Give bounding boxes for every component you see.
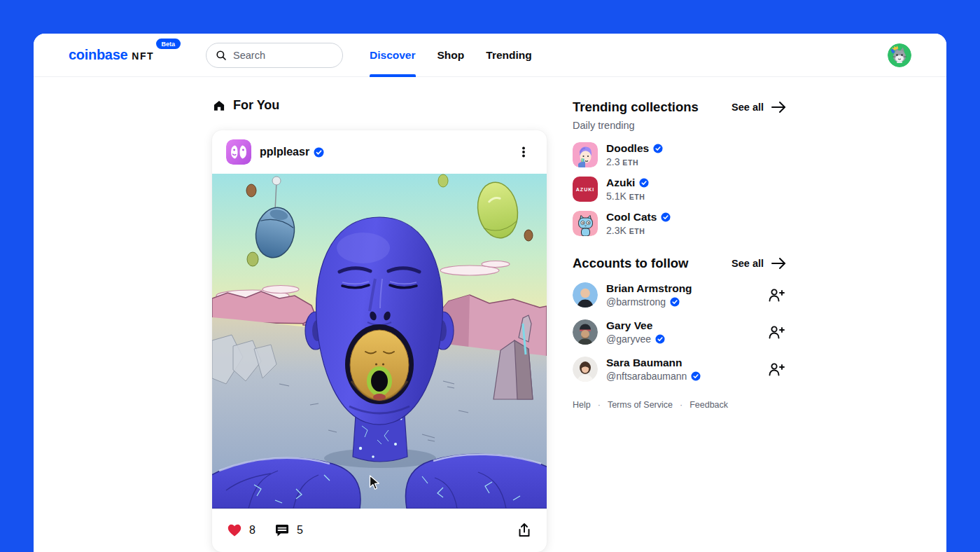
verified-badge-icon	[655, 334, 665, 344]
account-row-brian-armstrong[interactable]: Brian Armstrong @barmstrong	[573, 282, 787, 308]
post-menu-button[interactable]	[514, 143, 533, 161]
search-bar[interactable]	[206, 43, 343, 68]
feed-section-title-label: For You	[233, 98, 279, 113]
account-name: Sara Baumann	[606, 357, 701, 369]
follow-user-button[interactable]	[766, 285, 787, 305]
help-link[interactable]: Help	[573, 400, 591, 410]
collection-name: Azuki	[606, 177, 635, 188]
trending-subtitle: Daily trending	[573, 120, 787, 131]
mouse-cursor	[369, 475, 380, 493]
verified-badge-icon	[653, 144, 663, 153]
nft-artwork-image	[212, 174, 547, 509]
collection-floor-value: 5.1K	[606, 191, 626, 202]
feed-post-card: pplpleasr	[212, 130, 547, 552]
account-row-gary-vee[interactable]: Gary Vee @garyvee	[573, 319, 787, 345]
profile-avatar[interactable]	[888, 43, 911, 67]
like-button[interactable]: 8	[226, 522, 255, 539]
top-navigation-bar: coinbase NFT Beta Discover Shop Trending	[34, 34, 946, 77]
logo-nft-text: NFT	[132, 50, 154, 62]
separator-dot	[680, 400, 682, 410]
search-icon	[215, 49, 227, 62]
arrow-right-icon	[770, 256, 787, 270]
logo-coinbase-text: coinbase	[69, 47, 127, 63]
verified-badge-icon	[661, 212, 671, 222]
accounts-list: Brian Armstrong @barmstrong	[573, 282, 787, 382]
post-author-name[interactable]: pplpleasr	[260, 146, 324, 158]
brian-armstrong-avatar	[573, 282, 598, 308]
terms-of-service-link[interactable]: Terms of Service	[608, 400, 673, 410]
trending-collections-list: Doodles 2.3 ETH	[573, 142, 787, 236]
arrow-right-icon	[770, 100, 787, 114]
main-tabs: Discover Shop Trending	[370, 34, 532, 77]
sidebar-footer: Help Terms of Service Feedback	[573, 400, 787, 410]
page-content: For You	[34, 77, 946, 552]
app-window: coinbase NFT Beta Discover Shop Trending	[34, 34, 946, 552]
like-count: 8	[249, 524, 255, 537]
comment-count: 5	[297, 524, 303, 537]
search-input[interactable]	[233, 50, 324, 61]
account-handle: @barmstrong	[606, 296, 666, 308]
feed-section-title: For You	[212, 98, 279, 113]
account-handle: @nftsarabaumann	[606, 371, 687, 382]
gary-vee-avatar	[573, 319, 598, 345]
home-icon	[212, 99, 226, 113]
post-header: pplpleasr	[212, 130, 547, 174]
verified-badge-icon	[639, 178, 649, 188]
nft-artwork[interactable]	[212, 174, 547, 509]
follow-user-button[interactable]	[766, 359, 787, 379]
trending-collections-section: Trending collections See all Daily trend…	[573, 99, 787, 236]
beta-badge: Beta	[156, 39, 181, 49]
verified-badge-icon	[670, 297, 680, 307]
azuki-avatar: AZUKI	[573, 177, 598, 202]
collection-floor-unit: ETH	[629, 193, 645, 201]
doodles-avatar	[573, 142, 598, 167]
heart-icon	[226, 522, 243, 539]
collection-floor-unit: ETH	[622, 158, 638, 167]
accounts-to-follow-section: Accounts to follow See all	[573, 256, 787, 382]
collection-row-doodles[interactable]: Doodles 2.3 ETH	[573, 142, 787, 167]
trending-see-all-button[interactable]: See all	[732, 100, 787, 114]
collection-name: Doodles	[606, 142, 649, 154]
collection-row-azuki[interactable]: AZUKI Azuki 5.1K ETH	[573, 177, 787, 202]
collection-floor-value: 2.3K	[606, 225, 626, 236]
right-sidebar: Trending collections See all Daily trend…	[573, 99, 787, 410]
collection-floor-unit: ETH	[629, 227, 645, 235]
trending-collections-title: Trending collections	[573, 99, 699, 115]
tab-discover[interactable]: Discover	[370, 34, 415, 77]
separator-dot	[598, 400, 601, 410]
tab-trending[interactable]: Trending	[486, 34, 531, 77]
post-action-bar: 8 5	[212, 509, 547, 552]
share-button[interactable]	[516, 522, 533, 539]
tab-shop[interactable]: Shop	[438, 34, 465, 77]
account-name: Brian Armstrong	[606, 282, 692, 295]
comment-button[interactable]: 5	[274, 522, 303, 539]
comment-icon	[274, 522, 290, 539]
follow-user-button[interactable]	[766, 322, 787, 342]
cool-cats-avatar	[573, 211, 598, 236]
collection-row-cool-cats[interactable]: Cool Cats 2.3K ETH	[573, 211, 787, 236]
collection-name: Cool Cats	[606, 211, 657, 223]
account-row-sara-baumann[interactable]: Sara Baumann @nftsarabaumann	[573, 357, 787, 382]
account-name: Gary Vee	[606, 319, 665, 332]
verified-badge-icon	[691, 371, 701, 381]
post-author-avatar[interactable]	[226, 139, 251, 165]
feedback-link[interactable]: Feedback	[690, 400, 728, 410]
account-handle: @garyvee	[606, 333, 651, 345]
collection-floor-value: 2.3	[606, 156, 620, 167]
share-icon	[516, 522, 533, 539]
verified-badge-icon	[314, 147, 324, 158]
accounts-title: Accounts to follow	[573, 256, 688, 271]
accounts-see-all-button[interactable]: See all	[732, 256, 787, 270]
coinbase-nft-logo[interactable]: coinbase NFT Beta	[69, 47, 154, 63]
sara-baumann-avatar	[573, 357, 598, 382]
